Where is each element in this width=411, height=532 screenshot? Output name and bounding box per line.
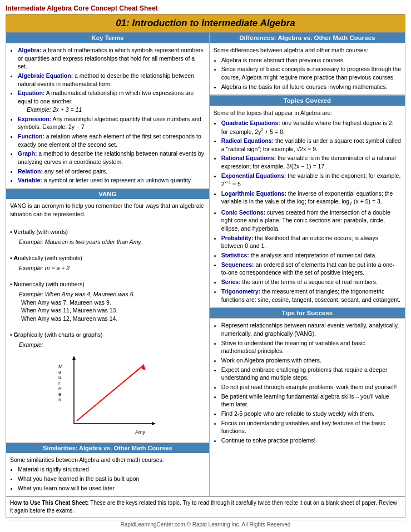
vang-section: VANG VANG is an acronym to help you reme… <box>6 188 209 442</box>
footer-note: How to Use This Cheat Sheet: These are t… <box>6 496 405 518</box>
vang-v-example: Example: Maureen is two years older than… <box>19 238 205 246</box>
def-function: a relation where each element of the fir… <box>18 133 201 148</box>
vang-n-example2: When Amy was 7, Maureen was 9. <box>21 299 205 307</box>
svg-text:M: M <box>58 364 63 369</box>
svg-text:a: a <box>58 369 61 375</box>
vang-n-example3: When Amy was 11, Maureen was 13. <box>21 306 205 315</box>
differences-intro: Some differences between algebra and oth… <box>214 46 401 54</box>
list-item: Series: the sum of the terms of a sequen… <box>221 278 401 286</box>
vang-a-example: Example: m = a + 2 <box>19 264 205 272</box>
list-item: Relation: any set of ordered pairs. <box>18 167 205 176</box>
def-algebra: a branch of mathematics in which symbols… <box>18 47 204 69</box>
term-series: Series: <box>221 279 241 285</box>
top-title: Intermediate Algebra Core Concept Cheat … <box>6 4 405 12</box>
term-radical: Radical Equations: <box>221 137 274 144</box>
topics-content: Some of the topics that appear in Algebr… <box>210 106 405 307</box>
footer-note-text: How to Use This Cheat Sheet: These are t… <box>10 500 397 514</box>
list-item: Strive to understand the meaning of vari… <box>221 339 401 355</box>
list-item: Be patient while learning fundamental al… <box>221 392 401 409</box>
list-item: Find 2-5 people who are reliable to stud… <box>221 410 401 418</box>
svg-text:u: u <box>58 375 61 380</box>
term-logarithmic: Logarithmic Equations: <box>221 190 286 197</box>
list-item: Probability: the likelihood that an outc… <box>221 234 401 250</box>
term-function: Function: <box>18 133 44 140</box>
term-algebraic-equation: Algebraic Equation: <box>18 72 73 79</box>
term-conic: Conic Sections: <box>221 209 265 216</box>
svg-marker-3 <box>152 422 156 425</box>
term-sequences: Sequences: <box>221 261 254 268</box>
list-item: Algebra: a branch of mathematics in whic… <box>18 46 205 71</box>
term-variable: Variable: <box>18 177 42 183</box>
vang-v: • Verbally (with words) <box>10 228 205 236</box>
list-item: Function: a relation where each element … <box>18 132 205 148</box>
list-item: Represent relationships between natural … <box>221 321 401 337</box>
svg-text:Amy: Amy <box>135 429 146 435</box>
term-statistics: Statistics: <box>221 252 249 258</box>
svg-text:e: e <box>58 391 61 397</box>
list-item: Conic Sections: curves created from the … <box>221 208 401 233</box>
chart-container: M a u r e e n Amy <box>52 351 163 437</box>
list-item: Equation: A mathematical relationship in… <box>18 89 205 113</box>
left-column: Key Terms Algebra: a branch of mathemati… <box>6 33 210 496</box>
svg-line-4 <box>77 365 143 421</box>
def-variable: a symbol or letter used to represent an … <box>44 177 192 183</box>
vang-n-example4: When Amy was 12, Maureen was 14. <box>21 315 205 323</box>
vang-intro: VANG is an acronym to help you remember … <box>10 202 205 218</box>
svg-marker-2 <box>72 356 76 360</box>
similarities-header: Similarities: Algebra vs. Other Math Cou… <box>6 443 209 453</box>
similarities-content: Some similarities between Algebra and ot… <box>6 453 209 496</box>
footer-copyright: RapidLearningCenter.com © Rapid Learning… <box>6 520 405 529</box>
tips-section: Tips for Success Represent relationships… <box>210 307 405 449</box>
term-probability: Probability: <box>221 235 254 241</box>
differences-header: Differences: Algebra vs. Other Math Cour… <box>210 33 405 43</box>
svg-text:e: e <box>58 386 61 391</box>
list-item: Expression: Any meaningful algebraic qua… <box>18 115 205 131</box>
list-item: Focus on understanding variables and key… <box>221 419 401 435</box>
def-equation: A mathematical relationship in which two… <box>18 90 194 105</box>
list-item: Trigonometry: the measurement of triangl… <box>221 287 401 304</box>
term-graph: Graph: <box>18 150 37 157</box>
list-item: Material is rigidly structured <box>18 465 205 474</box>
vang-g-example: Example: <box>19 341 205 349</box>
term-equation: Equation: <box>18 90 44 96</box>
list-item: Rational Equations: the variable is in t… <box>221 154 401 170</box>
list-item: Work on Algebra problems with others. <box>221 356 401 365</box>
example-equation: Example: 2x + 3 = 11 <box>27 106 205 114</box>
term-trigonometry: Trigonometry: <box>221 288 261 295</box>
differences-section: Differences: Algebra vs. Other Math Cour… <box>210 33 405 95</box>
term-rational: Rational Equations: <box>221 155 276 161</box>
list-item: Algebraic Equation: a method to describe… <box>18 72 205 88</box>
two-col-layout: Key Terms Algebra: a branch of mathemati… <box>6 33 405 496</box>
topics-intro: Some of the topics that appear in Algebr… <box>214 109 401 117</box>
def-relation: any set of ordered pairs. <box>44 168 107 175</box>
vang-n: • Numerically (with numbers) <box>10 280 205 289</box>
main-header: 01: Introduction to Intermediate Algebra <box>6 14 405 33</box>
similarities-section: Similarities: Algebra vs. Other Math Cou… <box>6 442 209 496</box>
vang-a: • Analytically (with symbols) <box>10 254 205 262</box>
list-item: Exponential Equations: the variable is i… <box>221 172 401 188</box>
key-terms-content: Algebra: a branch of mathematics in whic… <box>6 43 209 188</box>
tips-content: Represent relationships between natural … <box>210 319 405 449</box>
svg-text:r: r <box>58 380 60 386</box>
list-item: Graph: a method to describe the relation… <box>18 150 205 166</box>
list-item: What you learn now will be used later <box>18 484 205 493</box>
list-item: Quadratic Equations: one variable where … <box>221 119 401 136</box>
right-column: Differences: Algebra vs. Other Math Cour… <box>210 33 405 496</box>
list-item: Do not just read through example problem… <box>221 383 401 391</box>
chart-svg: M a u r e e n Amy <box>52 351 163 437</box>
def-graph: a method to describe the relationship be… <box>18 150 204 165</box>
list-item: Radical Equations: the variable is under… <box>221 137 401 153</box>
list-item: Algebra is the basis for all future cour… <box>221 83 401 91</box>
topics-section: Topics Covered Some of the topics that a… <box>210 95 405 307</box>
similarities-intro: Some similarities between Algebra and ot… <box>10 456 205 464</box>
list-item: Variable: a symbol or letter used to rep… <box>18 176 205 185</box>
term-algebra: Algebra: <box>18 47 42 53</box>
list-item: Continue to solve practice problems! <box>221 436 401 445</box>
vang-header: VANG <box>6 189 209 199</box>
page-wrapper: Intermediate Algebra Core Concept Cheat … <box>0 0 411 532</box>
topics-header: Topics Covered <box>210 96 405 106</box>
term-exponential: Exponential Equations: <box>221 172 286 179</box>
vang-n-example1: Example: When Amy was 4, Maureen was 6. <box>19 290 205 299</box>
list-item: Sequences: an ordered set of elements th… <box>221 261 401 277</box>
svg-text:n: n <box>58 397 61 402</box>
